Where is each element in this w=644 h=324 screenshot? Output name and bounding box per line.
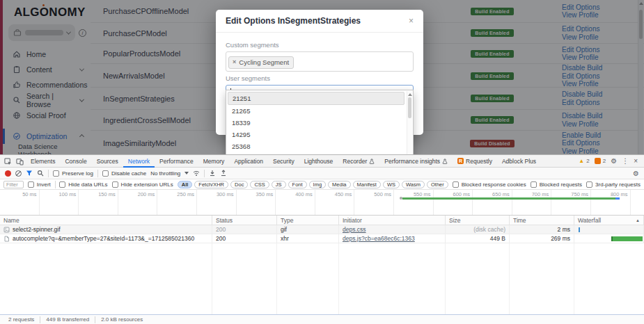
network-overview-timeline[interactable]: 50 ms100 ms150 ms200 ms250 ms300 ms350 m…	[0, 190, 644, 216]
request-type-pill[interactable]: Manifest	[353, 181, 381, 188]
timeline-tick-label: 550 ms	[394, 190, 434, 215]
column-header-size[interactable]: Size	[446, 216, 510, 225]
request-status: 200	[216, 235, 226, 242]
dropdown-option[interactable]: 23804	[228, 152, 405, 154]
third-party-requests-checkbox[interactable]: 3rd-party requests	[586, 181, 641, 188]
tab-security[interactable]: Security	[268, 155, 299, 168]
request-size: 449 B	[490, 235, 505, 242]
waterfall-cached-tick	[579, 227, 580, 232]
dropdown-option[interactable]: 18339	[228, 117, 405, 129]
checkbox-icon[interactable]	[531, 181, 537, 188]
tab-network[interactable]: Network	[123, 155, 155, 168]
network-toolbar: Preserve log Disable cache No throttling…	[0, 168, 644, 179]
dropdown-option[interactable]: 14295	[228, 129, 405, 140]
request-type-pill[interactable]: Doc	[230, 181, 248, 188]
request-row[interactable]: select2-spinner.gif 200 gif deps.css (di…	[0, 225, 644, 234]
timeline-tick-label: 50 ms	[0, 190, 40, 215]
column-header-initiator[interactable]: Initiator	[339, 216, 446, 225]
tab-memory[interactable]: Memory	[198, 155, 230, 168]
checkbox-icon[interactable]	[53, 170, 59, 177]
custom-segments-field[interactable]: × Cycling Segment	[226, 51, 414, 72]
device-toolbar-icon[interactable]	[14, 155, 26, 168]
network-conditions-icon[interactable]	[193, 170, 200, 177]
request-size: (disk cache)	[473, 226, 505, 233]
filter-input[interactable]: Filter	[3, 181, 24, 188]
blocked-response-cookies-checkbox[interactable]: Blocked response cookies	[453, 181, 526, 188]
dropdown-option[interactable]: 21265	[228, 105, 405, 117]
dropdown-option[interactable]: 25368	[228, 140, 405, 152]
tab-requestly[interactable]: RRequestly	[453, 155, 497, 168]
tab-adblock-plus[interactable]: Adblock Plus	[497, 155, 541, 168]
tab-performance[interactable]: Performance	[155, 155, 198, 168]
waterfall-cell	[574, 234, 644, 243]
request-type-pill[interactable]: Wasm	[402, 181, 425, 188]
export-har-icon[interactable]	[220, 170, 227, 177]
tab-lighthouse[interactable]: Lighthouse	[299, 155, 338, 168]
request-initiator-link[interactable]: deps.css	[343, 226, 366, 233]
column-header-type[interactable]: Type	[277, 216, 339, 225]
timeline-tick-label: 500 ms	[354, 190, 394, 215]
inspect-element-icon[interactable]	[2, 155, 14, 168]
timeline-tick-label: 450 ms	[315, 190, 355, 215]
close-devtools-icon[interactable]: ×	[634, 157, 638, 165]
dropdown-option[interactable]: 21251	[228, 92, 405, 105]
request-time: 269 ms	[551, 235, 570, 242]
import-har-icon[interactable]	[209, 170, 216, 177]
preserve-log-checkbox[interactable]: Preserve log	[53, 170, 93, 177]
request-type-pill[interactable]: Font	[288, 181, 307, 188]
timeline-tick-label: 100 ms	[40, 190, 79, 215]
tab-elements[interactable]: Elements	[26, 155, 60, 168]
tab-recorder[interactable]: Recorder	[338, 155, 379, 168]
request-name: select2-spinner.gif	[13, 226, 61, 233]
clear-network-log-icon[interactable]	[15, 170, 22, 177]
request-type-pill[interactable]: All	[178, 181, 193, 188]
checkbox-icon[interactable]	[28, 181, 34, 188]
timeline-tick-label: 400 ms	[276, 190, 315, 215]
column-header-waterfall[interactable]: Waterfall▲	[574, 216, 644, 225]
request-type-pill[interactable]: Img	[309, 181, 327, 188]
network-settings-gear-icon[interactable]: ⚙	[633, 170, 639, 177]
settings-gear-icon[interactable]: ⚙	[611, 157, 617, 165]
checkbox-icon[interactable]	[112, 181, 118, 188]
request-initiator-link[interactable]: deps.js?cb=ea68ec6c:1363	[343, 235, 415, 242]
hide-extension-urls-checkbox[interactable]: Hide extension URLs	[112, 181, 173, 188]
tab-console[interactable]: Console	[60, 155, 91, 168]
request-type-pill[interactable]: Fetch/XHR	[194, 181, 228, 188]
warning-icon[interactable]: ▲	[579, 158, 584, 164]
screen: ALGONOMY Home Content	[0, 0, 644, 324]
close-icon[interactable]: ×	[409, 16, 414, 26]
dropdown-scrollbar[interactable]	[407, 91, 412, 154]
tab-performance-insights[interactable]: Performance insights	[379, 155, 453, 168]
more-options-icon[interactable]: ⋮	[622, 157, 629, 165]
tab-application[interactable]: Application	[229, 155, 268, 168]
request-type-pill[interactable]: JS	[272, 181, 286, 188]
checkbox-icon[interactable]	[102, 170, 109, 177]
checkbox-icon[interactable]	[59, 181, 65, 188]
column-header-name[interactable]: Name	[0, 216, 212, 225]
request-row[interactable]: autocomplete?q=&memberType=27&siteId=117…	[0, 234, 644, 243]
checkbox-icon[interactable]	[453, 181, 459, 188]
invert-checkbox[interactable]: Invert	[28, 181, 51, 188]
request-type-pill[interactable]: Other	[427, 181, 448, 188]
hide-data-urls-checkbox[interactable]: Hide data URLs	[59, 181, 107, 188]
overview-request-bar-tip	[615, 197, 620, 200]
issues-icon[interactable]	[595, 158, 601, 164]
record-network-log-icon[interactable]	[5, 170, 11, 177]
divider	[204, 170, 205, 177]
search-network-icon[interactable]	[37, 170, 44, 177]
checkbox-icon[interactable]	[586, 181, 592, 188]
disable-cache-checkbox[interactable]: Disable cache	[102, 170, 146, 177]
timeline-tick-label: 350 ms	[237, 190, 276, 215]
blocked-requests-checkbox[interactable]: Blocked requests	[531, 181, 582, 188]
remove-tag-icon[interactable]: ×	[233, 58, 236, 65]
column-header-status[interactable]: Status	[212, 216, 277, 225]
throttling-select[interactable]: No throttling	[150, 170, 189, 177]
request-type-pill[interactable]: CSS	[250, 181, 269, 188]
filter-funnel-icon[interactable]	[26, 170, 33, 177]
scrollbar-thumb[interactable]	[408, 97, 411, 118]
tab-sources[interactable]: Sources	[92, 155, 123, 168]
column-header-time[interactable]: Time	[510, 216, 574, 225]
request-type-pill[interactable]: Media	[328, 181, 350, 188]
sort-ascending-icon: ▲	[636, 216, 640, 225]
request-type-pill[interactable]: WS	[383, 181, 400, 188]
